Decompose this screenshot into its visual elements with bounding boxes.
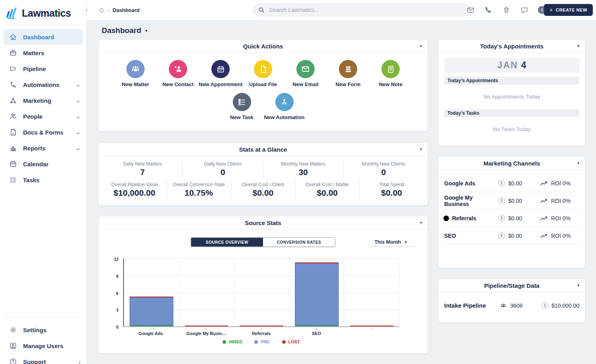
sidebar-item-calendar[interactable]: Calendar [0, 156, 86, 172]
stat-monthly-new-clients: Monthly New Clients 0 [343, 160, 424, 179]
chart-x-axis-labels: Google AdsGoogle My Busin...ReferralsSEO [123, 328, 399, 336]
bar-chart-icon [9, 144, 17, 152]
quick-action-new-appointment[interactable]: New Appointment [199, 60, 242, 87]
sidebar-item-automations[interactable]: Automations ⌄ [0, 77, 86, 92]
channel-roi: ROI 0% [551, 233, 571, 239]
collapse-caret-icon[interactable]: ▾ [577, 161, 579, 165]
appointments-section-header: Today's Appointments [444, 77, 579, 85]
stats-row-1: Daily New Matters 7 Daily New Clients 0 … [99, 160, 428, 179]
sidebar-item-settings[interactable]: Settings [0, 322, 86, 338]
quick-action-new-form[interactable]: New Form [327, 60, 370, 87]
quick-action-new-contact[interactable]: New Contact [157, 60, 199, 87]
logo-wordmark: Lawmatics [22, 8, 71, 19]
search-input[interactable] [252, 3, 471, 17]
people-icon [9, 112, 17, 121]
source-stats-card: Source Stats ▾ SOURCE OVERVIEW CONVERSIO… [99, 216, 428, 353]
sidebar-item-people[interactable]: People ⌄ [0, 108, 86, 124]
page-title: Dashboard [102, 26, 141, 35]
sidebar-item-reports[interactable]: Reports ⌄ [0, 140, 86, 156]
phone-icon[interactable] [484, 6, 493, 14]
stat-overall-conversion-rate: Overall Conversion Rate 10.75% [166, 181, 231, 200]
legend-item-lost: LOST [282, 339, 300, 344]
breadcrumb-separator: › [108, 7, 109, 13]
trash-icon[interactable] [502, 6, 511, 14]
legend-item-hired: HIRED [223, 339, 242, 344]
dollar-circle-icon: $ [498, 180, 505, 187]
quick-action-new-automation[interactable]: New Automation [263, 93, 306, 120]
tab-conversion-rates[interactable]: CONVERSION RATES [263, 238, 335, 247]
checklist-icon [9, 175, 17, 184]
quick-action-new-note[interactable]: New Note [370, 60, 412, 87]
chart-legend: HIREDPNCLOST [123, 339, 399, 344]
sidebar-item-label: People [23, 113, 43, 120]
stat-overall-cost-client: Overall Cost / Client $0.00 [231, 181, 295, 200]
gear-icon [9, 325, 17, 334]
page-title-caret-icon[interactable]: ▾ [145, 28, 147, 33]
note-icon [381, 60, 400, 78]
channel-row-seo[interactable]: SEO $$0.00 ROI 0% [444, 227, 579, 245]
collapse-caret-icon[interactable]: ▾ [420, 220, 422, 225]
x-axis-label: Referrals [234, 328, 289, 336]
email-icon[interactable] [466, 6, 475, 14]
tab-source-overview[interactable]: SOURCE OVERVIEW [191, 238, 263, 247]
file-icon [254, 60, 272, 78]
x-axis-label: Google My Busin... [178, 328, 234, 336]
sidebar-footer: Settings Manage Users Support › [0, 317, 86, 364]
sidebar-item-tasks[interactable]: Tasks [0, 172, 86, 188]
stat-daily-new-matters: Daily New Matters 7 [103, 160, 182, 179]
stat-monthly-new-matters: Monthly New Matters 30 [263, 160, 343, 179]
card-title: Today's Appointments [480, 43, 543, 50]
legend-item-pnc: PNC [254, 339, 270, 344]
home-breadcrumb-icon[interactable] [99, 7, 104, 13]
logo[interactable]: Lawmatics [0, 0, 86, 25]
pipeline-row-intake[interactable]: Intake Pipeline 3608 $ $10,000.00 [444, 295, 579, 316]
collapse-caret-icon[interactable]: ▾ [577, 44, 579, 48]
channel-roi: ROI 0% [551, 215, 571, 221]
sidebar-item-manage-users[interactable]: Manage Users [0, 338, 86, 354]
channel-row-google-my-business[interactable]: Google My Business $$0.00 ROI 0% [444, 192, 579, 210]
sidebar-item-matters[interactable]: Matters [0, 45, 86, 61]
channel-color-dot [443, 216, 449, 221]
stat-daily-new-clients: Daily New Clients 0 [182, 160, 263, 179]
tasks-section-header: Today's Tasks [444, 109, 579, 117]
create-new-button[interactable]: + CREATE NEW [544, 4, 593, 16]
bar-Google Ads [124, 258, 179, 326]
period-dropdown[interactable]: This Month ▾ [368, 237, 414, 247]
sidebar-item-pipeline[interactable]: Pipeline [0, 61, 86, 77]
pipeline-count: 3608 [510, 302, 522, 309]
breadcrumb-current[interactable]: Dashboard [112, 7, 139, 13]
channel-row-google-ads[interactable]: Google Ads $$0.00 ROI 0% [444, 175, 579, 192]
page-title-row: Dashboard ▾ [102, 26, 147, 35]
stats-card: Stats at a Glance ▾ Daily New Matters 7 … [99, 143, 428, 205]
chat-icon[interactable] [520, 6, 528, 14]
card-title: Marketing Channels [484, 160, 540, 167]
trend-line-icon [540, 198, 548, 204]
channel-row-referrals[interactable]: Referrals $$0.00 ROI 0% [444, 210, 579, 227]
lawmatics-logo-icon [6, 7, 19, 19]
chart-plot-area [123, 258, 399, 327]
quick-action-upload-file[interactable]: Upload File [242, 60, 284, 87]
collapse-caret-icon[interactable]: ▾ [420, 147, 422, 151]
sidebar-item-marketing[interactable]: Marketing ⌄ [0, 92, 86, 108]
quick-action-new-matter[interactable]: New Matter [114, 60, 157, 87]
pipeline-tag-icon [9, 64, 17, 73]
search-icon [258, 6, 265, 13]
quick-action-new-task[interactable]: New Task [221, 93, 263, 120]
chevron-down-icon: ⌄ [75, 144, 81, 152]
sidebar-item-docs-forms[interactable]: Docs & Forms ⌄ [0, 124, 86, 140]
sidebar-item-dashboard[interactable]: Dashboard [3, 29, 83, 45]
sidebar-item-label: Support [23, 358, 46, 364]
sidebar-item-support[interactable]: Support › [0, 354, 86, 364]
channel-spend: $0.00 [508, 233, 522, 239]
main-content: Dashboard ▾ Quick Actions ▾ New Matter N… [87, 20, 596, 364]
collapse-caret-icon[interactable]: ▾ [577, 283, 579, 287]
sidebar: Lawmatics Dashboard Matters Pipeline Au [0, 0, 87, 364]
envelope-icon [296, 60, 315, 78]
collapse-caret-icon[interactable]: ▾ [420, 44, 422, 48]
quick-action-new-email[interactable]: New Email [284, 60, 327, 87]
stat-overall-cost-matter: Overall Cost / Matter $0.00 [295, 181, 359, 200]
person-plus-icon [169, 60, 187, 78]
x-axis-label: Google Ads [123, 328, 178, 336]
sidebar-item-label: Pipeline [23, 65, 46, 72]
task-checklist-icon [233, 93, 251, 111]
